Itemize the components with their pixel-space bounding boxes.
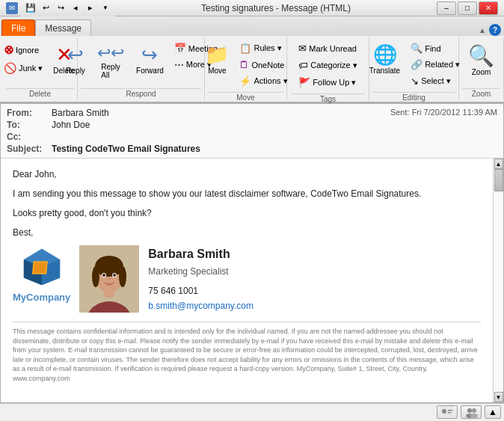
sig-phone: 75 646 1001: [148, 284, 253, 298]
editing-group: 🌐 Translate 🔍 Find 🔗 Related ▾ ↘ Select …: [369, 37, 459, 100]
scroll-up-status-btn[interactable]: ▲: [485, 405, 501, 419]
follow-up-button[interactable]: 🚩 Follow Up ▾: [295, 75, 360, 90]
quick-access-toolbar: 💾 ↩ ↪ ◂ ▸ ▼: [21, 0, 115, 16]
onenote-button[interactable]: 🗒 OneNote: [236, 57, 291, 73]
closing: Best,: [13, 226, 481, 239]
title-bar: ✉ 💾 ↩ ↪ ◂ ▸ ▼ Testing signatures - Messa…: [0, 0, 504, 16]
respond-group-label: Respond: [81, 88, 201, 99]
cc-label: Cc:: [7, 132, 52, 142]
svg-point-22: [472, 408, 476, 413]
body-paragraph1: I am sending you this message to show yo…: [13, 187, 481, 200]
sent-value: Sent: Fri 7/20/2012 11:39 AM: [390, 108, 497, 118]
rules-button[interactable]: 📋 Rules ▾: [236, 40, 291, 56]
scroll-track: [494, 169, 503, 392]
save-qa-btn[interactable]: 💾: [24, 1, 37, 15]
title-bar-left: ✉ 💾 ↩ ↪ ◂ ▸ ▼: [6, 0, 115, 16]
svg-rect-20: [448, 412, 451, 414]
to-value: John Doe: [52, 120, 497, 130]
svg-point-16: [113, 274, 116, 277]
related-button[interactable]: 🔗 Related ▾: [407, 57, 464, 73]
respond-group: ↩ Reply ↩↩ ReplyAll ↪ Forward 📅 Meeting …: [78, 37, 205, 100]
from-row: From: Barbara Smith Sent: Fri 7/20/2012 …: [7, 107, 497, 119]
from-label: From:: [7, 108, 52, 118]
select-button[interactable]: ↘ Select ▾: [407, 73, 464, 89]
translate-button[interactable]: 🌐 Translate: [364, 40, 405, 78]
scroll-down-btn[interactable]: ▼: [494, 392, 503, 402]
company-logo: MyCompany: [13, 245, 70, 305]
subject-value: Testing CodeTwo Email Signatures: [52, 144, 497, 154]
reply-all-label: ReplyAll: [101, 63, 120, 79]
contact-photo: [79, 245, 139, 313]
email-disclaimer: This message contains confidential infor…: [13, 322, 481, 384]
zoom-button[interactable]: 🔍 Zoom: [463, 40, 500, 79]
minimize-btn[interactable]: –: [437, 1, 456, 15]
subject-label: Subject:: [7, 144, 52, 154]
message-area: From: Barbara Smith Sent: Fri 7/20/2012 …: [0, 103, 504, 403]
ignore-button[interactable]: ⊗ Ignore: [0, 40, 46, 59]
to-label: To:: [7, 120, 52, 130]
redo-qa-btn[interactable]: ↪: [54, 1, 67, 15]
svg-point-21: [467, 408, 472, 413]
close-btn[interactable]: ✕: [479, 1, 498, 15]
zoom-group: 🔍 Zoom Zoom: [459, 37, 504, 100]
ribbon-tabs: File Message ▲ ?: [0, 16, 504, 36]
scrollbar[interactable]: ▲ ▼: [493, 159, 503, 402]
reply-button[interactable]: ↩ Reply: [61, 40, 90, 78]
svg-point-11: [92, 266, 99, 287]
message-header: From: Barbara Smith Sent: Fri 7/20/2012 …: [1, 104, 503, 159]
svg-rect-5: [34, 262, 46, 273]
actions-button[interactable]: ⚡ Actions ▾: [236, 73, 291, 89]
prev-qa-btn[interactable]: ◂: [69, 1, 82, 15]
dropdown-qa-btn[interactable]: ▼: [99, 1, 112, 15]
tags-group-label: Tags: [290, 93, 366, 104]
move-group-label: Move: [208, 92, 283, 102]
find-button[interactable]: 🔍 Find: [407, 40, 464, 56]
svg-rect-17: [440, 406, 455, 418]
body-paragraph2: Looks pretty good, don't you think?: [13, 206, 481, 220]
reply-all-button[interactable]: ↩↩ ReplyAll: [92, 40, 129, 82]
undo-qa-btn[interactable]: ↩: [39, 1, 52, 15]
people-icon: [464, 406, 479, 418]
window-title: Testing signatures - Message (HTML): [201, 3, 351, 13]
tab-file[interactable]: File: [1, 19, 35, 36]
scroll-up-btn[interactable]: ▲: [494, 159, 503, 169]
company-name: MyCompany: [13, 290, 70, 305]
scroll-thumb[interactable]: [494, 169, 503, 191]
sig-name: Barbara Smith: [148, 245, 253, 263]
expand-ribbon-icon[interactable]: ▲: [479, 26, 486, 34]
window-controls: – □ ✕: [437, 1, 498, 15]
cc-row: Cc:: [7, 131, 497, 143]
forward-button[interactable]: ↪ Forward: [131, 40, 169, 78]
from-value: Barbara Smith: [52, 108, 390, 118]
to-row: To: John Doe: [7, 119, 497, 131]
greeting: Dear John,: [13, 168, 481, 181]
delete-group-label: Delete: [6, 88, 74, 99]
ribbon-content: ⊗ Ignore 🚫 Junk ▾ ✕ Delete Delete ↩ Repl…: [0, 36, 504, 103]
maximize-btn[interactable]: □: [458, 1, 477, 15]
contact-info: Barbara Smith Marketing Specialist 75 64…: [148, 245, 253, 313]
svg-point-15: [102, 274, 105, 277]
mark-unread-button[interactable]: ✉ Mark Unread: [295, 40, 360, 56]
next-qa-btn[interactable]: ▸: [84, 1, 97, 15]
zoom-group-label: Zoom: [462, 88, 500, 99]
junk-button[interactable]: 🚫 Junk ▾: [0, 60, 46, 76]
cc-value: [52, 132, 497, 142]
svg-point-12: [119, 266, 126, 287]
svg-point-24: [470, 414, 478, 418]
svg-rect-19: [448, 410, 452, 411]
logo-cube-icon: [20, 245, 64, 289]
editing-group-label: Editing: [372, 92, 455, 102]
help-icon[interactable]: ?: [489, 24, 501, 36]
email-signature: MyCompany: [13, 245, 481, 313]
tab-right-controls: ▲ ?: [479, 24, 504, 36]
svg-point-18: [442, 409, 446, 414]
move-button[interactable]: 📁 Move: [200, 40, 234, 78]
people-btn[interactable]: [461, 405, 482, 419]
move-group: 📁 Move 📋 Rules ▾ 🗒 OneNote ⚡ Actions ▾ M…: [205, 37, 287, 100]
categorize-button[interactable]: 🏷 Categorize ▾: [295, 58, 360, 73]
body-area: Dear John, I am sending you this message…: [1, 159, 503, 402]
contact-photo-svg: [79, 245, 139, 313]
tab-message[interactable]: Message: [35, 19, 91, 36]
status-bar: ▲: [0, 403, 504, 420]
contact-card-btn[interactable]: [437, 405, 458, 419]
